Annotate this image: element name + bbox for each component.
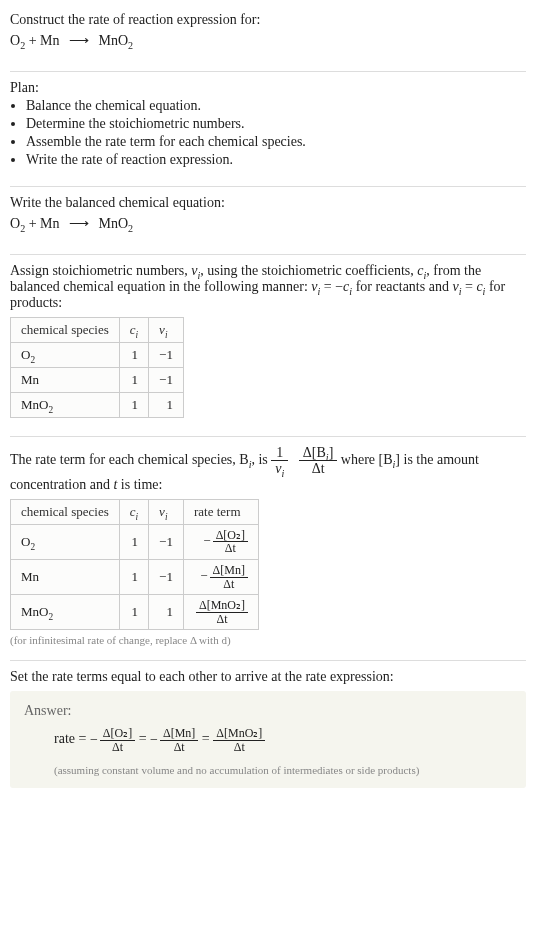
plan-item: Assemble the rate term for each chemical…: [26, 134, 526, 150]
table-row: Mn 1 −1: [11, 368, 184, 393]
species-mn: Mn: [40, 33, 59, 48]
cell-nui: 1: [149, 595, 184, 630]
table-header-row: chemical species ci νi: [11, 318, 184, 343]
table-row: Mn 1 −1 −Δ[Mn]Δt: [11, 559, 259, 594]
plus-sign: +: [25, 216, 40, 231]
set-equal-text: Set the rate terms equal to each other t…: [10, 669, 526, 685]
cell-ci: 1: [119, 343, 148, 368]
cell-species: MnO2: [11, 393, 120, 418]
species-mn: Mn: [40, 216, 59, 231]
cell-ci: 1: [119, 524, 148, 559]
table-row: MnO2 1 1: [11, 393, 184, 418]
table-row: O2 1 −1: [11, 343, 184, 368]
cell-species: O2: [11, 343, 120, 368]
cell-nui: −1: [149, 559, 184, 594]
balanced-section: Write the balanced chemical equation: O2…: [10, 191, 526, 250]
plan-list: Balance the chemical equation. Determine…: [10, 98, 526, 168]
col-nui: νi: [149, 318, 184, 343]
prompt-equation: O2 + Mn ⟶ MnO2: [10, 32, 526, 49]
col-rate-term: rate term: [183, 499, 258, 524]
col-ci: ci: [119, 499, 148, 524]
rate-term-text: The rate term for each chemical species,…: [10, 445, 526, 493]
col-species: chemical species: [11, 318, 120, 343]
cell-rate-term: Δ[MnO₂]Δt: [183, 595, 258, 630]
answer-note: (assuming constant volume and no accumul…: [24, 764, 512, 776]
plan-header: Plan:: [10, 80, 526, 96]
divider: [10, 436, 526, 437]
answer-header: Answer:: [24, 703, 512, 719]
divider: [10, 186, 526, 187]
table-row: MnO2 1 1 Δ[MnO₂]Δt: [11, 595, 259, 630]
cell-species: Mn: [11, 368, 120, 393]
table-header-row: chemical species ci νi rate term: [11, 499, 259, 524]
cell-species: MnO2: [11, 595, 120, 630]
one-over-nu: 1 νi: [271, 445, 288, 477]
cell-nui: −1: [149, 343, 184, 368]
balanced-equation: O2 + Mn ⟶ MnO2: [10, 215, 526, 232]
cell-species: O2: [11, 524, 120, 559]
reaction-arrow-icon: ⟶: [69, 33, 89, 48]
divider: [10, 71, 526, 72]
set-equal-section: Set the rate terms equal to each other t…: [10, 665, 526, 797]
rate-expression: rate = −Δ[O₂]Δt = −Δ[Mn]Δt = Δ[MnO₂]Δt: [24, 727, 512, 753]
rate-term-section: The rate term for each chemical species,…: [10, 441, 526, 656]
species-mno2: MnO2: [99, 216, 134, 231]
balanced-header: Write the balanced chemical equation:: [10, 195, 526, 211]
prompt-section: Construct the rate of reaction expressio…: [10, 8, 526, 67]
species-o2: O2: [10, 216, 25, 231]
rate-label: rate =: [54, 732, 90, 747]
plus-sign: +: [25, 33, 40, 48]
divider: [10, 254, 526, 255]
table-row: O2 1 −1 −Δ[O₂]Δt: [11, 524, 259, 559]
col-species: chemical species: [11, 499, 120, 524]
cell-nui: −1: [149, 368, 184, 393]
prompt-intro: Construct the rate of reaction expressio…: [10, 12, 526, 28]
cell-ci: 1: [119, 595, 148, 630]
col-ci: ci: [119, 318, 148, 343]
rate-term-table: chemical species ci νi rate term O2 1 −1…: [10, 499, 259, 631]
stoich-table: chemical species ci νi O2 1 −1 Mn 1 −1 M…: [10, 317, 184, 418]
col-nui: νi: [149, 499, 184, 524]
cell-ci: 1: [119, 368, 148, 393]
stoich-section: Assign stoichiometric numbers, νi, using…: [10, 259, 526, 432]
stoich-text: Assign stoichiometric numbers, νi, using…: [10, 263, 526, 311]
species-mno2: MnO2: [99, 33, 134, 48]
cell-species: Mn: [11, 559, 120, 594]
plan-item: Balance the chemical equation.: [26, 98, 526, 114]
table-footnote: (for infinitesimal rate of change, repla…: [10, 634, 526, 646]
divider: [10, 660, 526, 661]
c-symbol: ci: [417, 263, 426, 278]
plan-item: Write the rate of reaction expression.: [26, 152, 526, 168]
plan-item: Determine the stoichiometric numbers.: [26, 116, 526, 132]
cell-rate-term: −Δ[Mn]Δt: [183, 559, 258, 594]
cell-nui: −1: [149, 524, 184, 559]
cell-ci: 1: [119, 393, 148, 418]
nu-symbol: νi: [191, 263, 200, 278]
plan-section: Plan: Balance the chemical equation. Det…: [10, 76, 526, 182]
cell-ci: 1: [119, 559, 148, 594]
cell-rate-term: −Δ[O₂]Δt: [183, 524, 258, 559]
delta-b-over-dt: Δ[Bi] Δt: [299, 445, 338, 477]
answer-box: Answer: rate = −Δ[O₂]Δt = −Δ[Mn]Δt = Δ[M…: [10, 691, 526, 787]
cell-nui: 1: [149, 393, 184, 418]
reaction-arrow-icon: ⟶: [69, 216, 89, 231]
species-o2: O2: [10, 33, 25, 48]
